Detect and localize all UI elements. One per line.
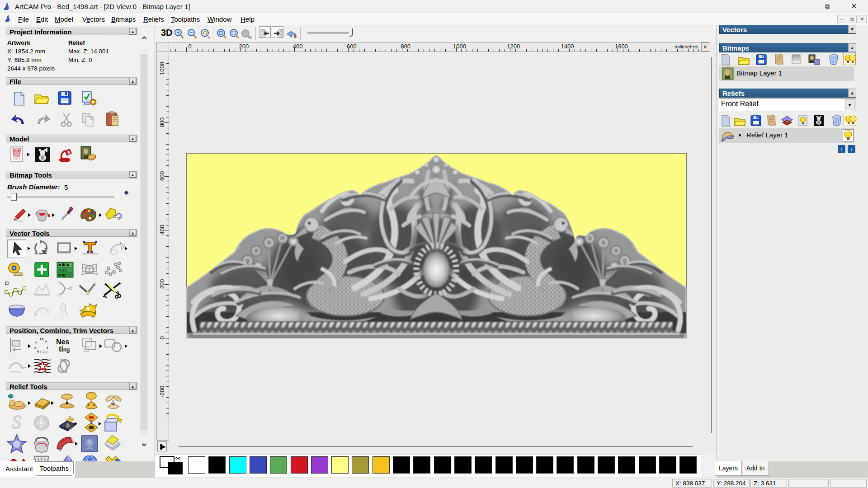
svg-text:x: x <box>44 340 48 343</box>
svg-text:n: n <box>34 346 36 349</box>
svg-text:u r: u r <box>43 351 47 354</box>
svg-text:ABC: ABC <box>58 268 67 272</box>
svg-text:t e: t e <box>40 337 43 340</box>
svg-text:Nes: Nes <box>56 338 69 346</box>
svg-text:ting: ting <box>59 345 70 353</box>
svg-text:o: o <box>34 341 38 344</box>
svg-text:t: t <box>47 346 48 349</box>
svg-text:+: + <box>721 137 724 143</box>
svg-text:S: S <box>12 412 21 432</box>
